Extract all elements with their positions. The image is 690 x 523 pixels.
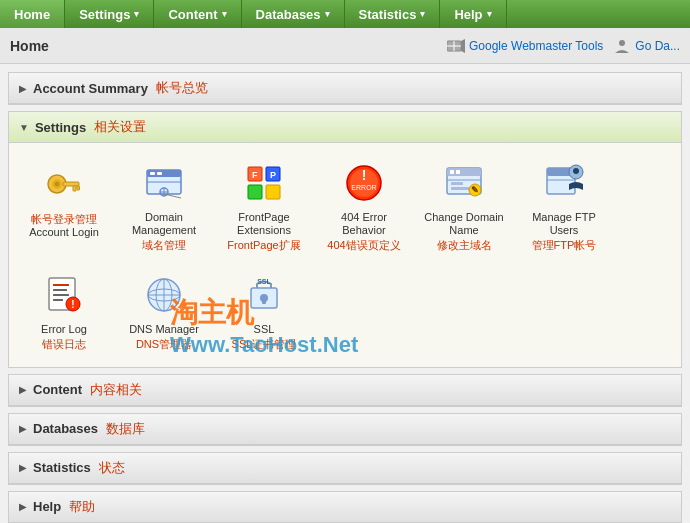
account-login-label-en: Account Login [29,226,99,239]
nav-databases[interactable]: Databases ▾ [242,0,345,28]
header-bar: Home Google Webmaster Tools Go Da... [0,28,690,64]
content-title-en: Content [33,382,82,397]
svg-text:✎: ✎ [471,185,479,195]
google-webmaster-label: Google Webmaster Tools [469,39,603,53]
manage-ftp-label-en: Manage FTP Users [523,211,605,237]
svg-text:!: ! [71,299,74,310]
svg-point-4 [619,40,625,46]
svg-text:P: P [270,170,276,180]
domain-management-label-cn: 域名管理 [142,239,186,252]
header-links: Google Webmaster Tools Go Da... [447,39,680,53]
error404-label-cn: 404错误页定义 [327,239,400,252]
change-domain-label-cn: 修改主域名 [437,239,492,252]
go-daddy-link[interactable]: Go Da... [613,39,680,53]
nav-content-arrow: ▾ [222,9,227,19]
nav-help-label: Help [454,7,482,22]
nav-help[interactable]: Help ▾ [440,0,506,28]
error-log-label-cn: 错误日志 [42,338,86,351]
error-log-label-en: Error Log [41,323,87,336]
change-domain-label-en: Change Domain Name [423,211,505,237]
svg-rect-32 [450,170,454,174]
svg-marker-1 [461,39,465,53]
dns-manager-label-en: DNS Manager [129,323,199,336]
ssl-item[interactable]: SSL SSL SSL证书管理 [219,267,309,355]
main-content: 淘主机 Www.TaoHost.Net ▶ Account Summary 帐号… [0,64,690,523]
nav-settings-arrow: ▾ [134,9,139,19]
svg-rect-14 [157,172,162,175]
manage-ftp-item[interactable]: Manage FTP Users 管理FTP帐号 [519,155,609,257]
databases-section: ▶ Databases 数据库 [8,413,682,446]
help-section: ▶ Help 帮助 [8,491,682,523]
top-navigation: Home Settings ▾ Content ▾ Databases ▾ St… [0,0,690,28]
dns-icon [143,274,185,316]
frontpage-label-cn: FrontPage扩展 [227,239,300,252]
help-title-en: Help [33,499,61,514]
svg-point-7 [55,182,60,187]
help-title-cn: 帮助 [69,498,95,516]
svg-rect-33 [456,170,460,174]
ftp-icon [543,162,585,204]
svg-rect-48 [53,299,63,301]
manage-ftp-label-cn: 管理FTP帐号 [532,239,597,252]
google-webmaster-link[interactable]: Google Webmaster Tools [447,39,603,53]
domain-management-label-en: Domain Management [123,211,205,237]
account-summary-section: ▶ Account Summary 帐号总览 [8,72,682,105]
account-login-item[interactable]: 帐号登录管理 Account Login [19,155,109,257]
nav-databases-arrow: ▾ [325,9,330,19]
error404-item[interactable]: ! ERROR 404 Error Behavior 404错误页定义 [319,155,409,257]
svg-rect-13 [150,172,155,175]
errorlog-icon: ! [43,274,85,316]
statistics-title-cn: 状态 [99,459,125,477]
statistics-arrow: ▶ [19,462,27,473]
changedomain-icon: ✎ [443,162,485,204]
domain-management-icon-box [140,159,188,207]
ssl-label-cn: SSL证书管理 [232,338,297,351]
page-title: Home [10,38,49,54]
change-domain-item[interactable]: ✎ Change Domain Name 修改主域名 [419,155,509,257]
nav-settings[interactable]: Settings ▾ [65,0,154,28]
dns-manager-icon-box [140,271,188,319]
frontpage-label-en: FrontPage Extensions [223,211,305,237]
error404-icon: ! ERROR [343,162,385,204]
nav-databases-label: Databases [256,7,321,22]
error-log-item[interactable]: ! Error Log 错误日志 [19,267,109,355]
help-header[interactable]: ▶ Help 帮助 [9,492,681,523]
svg-text:!: ! [362,167,367,183]
svg-rect-45 [53,284,69,286]
svg-rect-47 [53,294,69,296]
help-arrow: ▶ [19,501,27,512]
account-summary-header[interactable]: ▶ Account Summary 帐号总览 [9,73,681,104]
nav-content-label: Content [168,7,217,22]
settings-content: 帐号登录管理 Account Login [9,143,681,367]
nav-statistics[interactable]: Statistics ▾ [345,0,441,28]
nav-content[interactable]: Content ▾ [154,0,241,28]
statistics-title-en: Statistics [33,460,91,475]
domain-management-item[interactable]: Domain Management 域名管理 [119,155,209,257]
account-summary-arrow: ▶ [19,83,27,94]
databases-header[interactable]: ▶ Databases 数据库 [9,414,681,445]
settings-header[interactable]: ▼ Settings 相关设置 [9,112,681,143]
content-title-cn: 内容相关 [90,381,142,399]
ssl-label-en: SSL [254,323,275,336]
dns-manager-item[interactable]: DNS Manager DNS管理器 [119,267,209,355]
databases-title-cn: 数据库 [106,420,145,438]
settings-title-cn: 相关设置 [94,118,146,136]
nav-statistics-label: Statistics [359,7,417,22]
content-arrow: ▶ [19,384,27,395]
frontpage-icon-box: F P [240,159,288,207]
statistics-header[interactable]: ▶ Statistics 状态 [9,453,681,484]
person-icon [613,39,631,53]
svg-rect-9 [73,186,76,191]
account-summary-title-cn: 帐号总览 [156,79,208,97]
go-daddy-label: Go Da... [635,39,680,53]
manage-ftp-icon-box [540,159,588,207]
nav-home-label: Home [14,7,50,22]
svg-rect-10 [77,186,80,190]
content-header[interactable]: ▶ Content 内容相关 [9,375,681,406]
svg-text:ERROR: ERROR [351,184,376,191]
svg-text:F: F [252,170,258,180]
databases-arrow: ▶ [19,423,27,434]
nav-home[interactable]: Home [0,0,65,28]
frontpage-item[interactable]: F P FrontPage Extensions FrontPage扩展 [219,155,309,257]
account-login-label-cn: 帐号登录管理 [31,213,97,226]
